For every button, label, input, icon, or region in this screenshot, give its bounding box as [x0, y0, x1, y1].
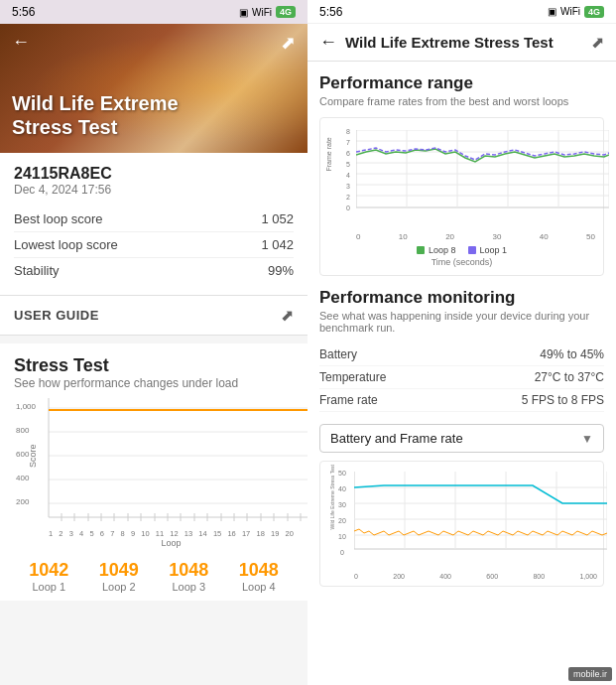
perf-y-2: 2: [346, 194, 350, 201]
y-label-200: 200: [16, 497, 29, 506]
legend-loop1-label: Loop 1: [480, 245, 508, 255]
bottom-y-0: 0: [340, 549, 344, 556]
back-icon-right[interactable]: ←: [319, 32, 337, 53]
stability-row: Stability 99%: [14, 258, 294, 283]
perf-y-0: 0: [346, 205, 350, 211]
loop-3-item: 1048 Loop 3: [169, 560, 208, 593]
share-icon-left[interactable]: ⬈: [281, 32, 296, 54]
stress-chart-svg: [49, 398, 308, 527]
bottom-y-50: 50: [338, 470, 346, 477]
right-panel: 5:56 ▣ WiFi 4G ← Wild Life Extreme Stres…: [308, 0, 616, 685]
temperature-key: Temperature: [319, 370, 386, 384]
perf-y-5: 5: [346, 161, 350, 168]
bottom-chart-svg: [354, 472, 607, 559]
right-header: ← Wild Life Extreme Stress Test ⬈: [308, 24, 616, 62]
perf-legend: Loop 8 Loop 1: [328, 245, 595, 255]
x-axis-labels: 1234567891011121314151617181920: [49, 527, 294, 538]
user-guide-row[interactable]: USER GUIDE ⬈: [0, 296, 308, 336]
battery-row: Battery 49% to 45%: [319, 343, 604, 366]
hero-title: Wild Life Extreme Stress Test: [12, 91, 179, 139]
perf-range-svg: [356, 130, 609, 217]
perf-y-axis-title: Frame rate: [325, 137, 332, 171]
result-card: 24115RA8EC Dec 4, 2024 17:56 Best loop s…: [0, 153, 308, 296]
stress-title: Stress Test: [14, 355, 294, 376]
share-icon-right-header[interactable]: ⬈: [591, 33, 604, 52]
loop-3-label: Loop 3: [169, 581, 208, 593]
time-right: 5:56: [319, 5, 342, 19]
monitoring-subtitle: See what was happening inside your devic…: [319, 310, 604, 334]
wl-label: Wild Life Extreme Stress Test: [329, 521, 335, 529]
loop-4-label: Loop 4: [239, 581, 279, 593]
y-label-400: 400: [16, 474, 29, 482]
bottom-y-10: 10: [338, 533, 346, 540]
loop-2-item: 1049 Loop 2: [99, 560, 139, 593]
loop-3-score: 1048: [169, 560, 208, 581]
lowest-loop-label: Lowest loop score: [14, 237, 118, 252]
sim-icon: ▣: [239, 7, 248, 18]
bottom-y-30: 30: [338, 501, 346, 508]
perf-range-subtitle: Compare frame rates from the best and wo…: [319, 95, 604, 107]
watermark: mobile.ir: [568, 667, 612, 681]
right-content[interactable]: Performance range Compare frame rates fr…: [308, 62, 616, 685]
framerate-row: Frame rate 5 FPS to 8 FPS: [319, 389, 604, 412]
perf-y-3: 3: [346, 183, 350, 190]
bottom-chart-area: Wild Life Extreme Stress Test 50 40 30 2…: [326, 468, 597, 572]
battery-framerate-dropdown[interactable]: Battery and Frame rate ▼: [319, 424, 604, 453]
loop-2-score: 1049: [99, 560, 139, 581]
loop-1-label: Loop 1: [29, 581, 68, 593]
status-icons-right: ▣ WiFi 4G: [548, 6, 604, 18]
framerate-val: 5 FPS to 8 FPS: [522, 393, 604, 407]
monitoring-title: Performance monitoring: [319, 288, 604, 308]
legend-loop8-label: Loop 8: [429, 245, 456, 255]
y-label-800: 800: [16, 426, 29, 435]
y-label-1000: 1,000: [16, 402, 36, 411]
back-icon[interactable]: ←: [12, 32, 30, 54]
legend-loop8-dot: [417, 246, 425, 254]
temperature-val: 27°C to 37°C: [535, 370, 604, 384]
sim-icon-right: ▣: [548, 6, 556, 17]
best-loop-row: Best loop score 1 052: [14, 206, 294, 232]
perf-range-chart: Frame rate 8 7 6 5 4 3 2 0: [319, 117, 604, 276]
lowest-loop-row: Lowest loop score 1 042: [14, 232, 294, 258]
perf-x-labels: 0 10 20 30 40 50: [356, 232, 595, 241]
stability-label: Stability: [14, 263, 60, 278]
perf-chart-area: Frame rate 8 7 6 5 4 3 2 0: [328, 126, 595, 230]
share-icon-guide[interactable]: ⬈: [281, 306, 294, 325]
loop-1-item: 1042 Loop 1: [29, 560, 68, 593]
best-loop-label: Best loop score: [14, 211, 103, 226]
wifi-icon: WiFi: [252, 7, 272, 18]
loop-scores: 1042 Loop 1 1049 Loop 2 1048 Loop 3 1048…: [0, 552, 308, 601]
x-axis-title: Loop: [49, 538, 294, 548]
status-bar-right: 5:56 ▣ WiFi 4G: [308, 0, 616, 24]
perf-range-title: Performance range: [319, 73, 604, 93]
legend-loop1-dot: [468, 246, 476, 254]
y-label-600: 600: [16, 450, 29, 459]
user-guide-text: USER GUIDE: [14, 308, 99, 323]
right-header-title: Wild Life Extreme Stress Test: [345, 34, 583, 51]
loop-4-score: 1048: [239, 560, 279, 581]
status-icons-left: ▣ WiFi 4G: [239, 6, 296, 18]
device-id: 24115RA8EC: [14, 165, 294, 183]
best-loop-value: 1 052: [261, 211, 294, 226]
loop-2-label: Loop 2: [99, 581, 139, 593]
battery-val: 49% to 45%: [540, 347, 604, 361]
battery-badge-right: 4G: [584, 6, 604, 18]
status-bar-left: 5:56 ▣ WiFi 4G: [0, 0, 308, 24]
stress-section: Stress Test See how performance changes …: [0, 343, 308, 552]
chevron-down-icon: ▼: [581, 432, 593, 446]
time-left: 5:56: [12, 5, 35, 19]
bottom-chart: Wild Life Extreme Stress Test 50 40 30 2…: [319, 461, 604, 587]
lowest-loop-value: 1 042: [261, 237, 294, 252]
bottom-x-labels: 0 200 400 600 800 1,000: [354, 573, 597, 580]
bottom-y-20: 20: [338, 517, 346, 524]
perf-y-8: 8: [346, 128, 350, 135]
perf-y-6: 6: [346, 150, 350, 157]
perf-range-section: Performance range Compare frame rates fr…: [319, 73, 604, 276]
perf-y-4: 4: [346, 172, 350, 179]
device-date: Dec 4, 2024 17:56: [14, 183, 294, 197]
battery-badge-left: 4G: [276, 6, 296, 18]
bottom-y-40: 40: [338, 485, 346, 492]
left-panel: 5:56 ▣ WiFi 4G ← ⬈ Wild Life Extreme Str…: [0, 0, 308, 685]
legend-loop8: Loop 8: [417, 245, 456, 255]
wifi-icon-right: WiFi: [560, 6, 580, 17]
